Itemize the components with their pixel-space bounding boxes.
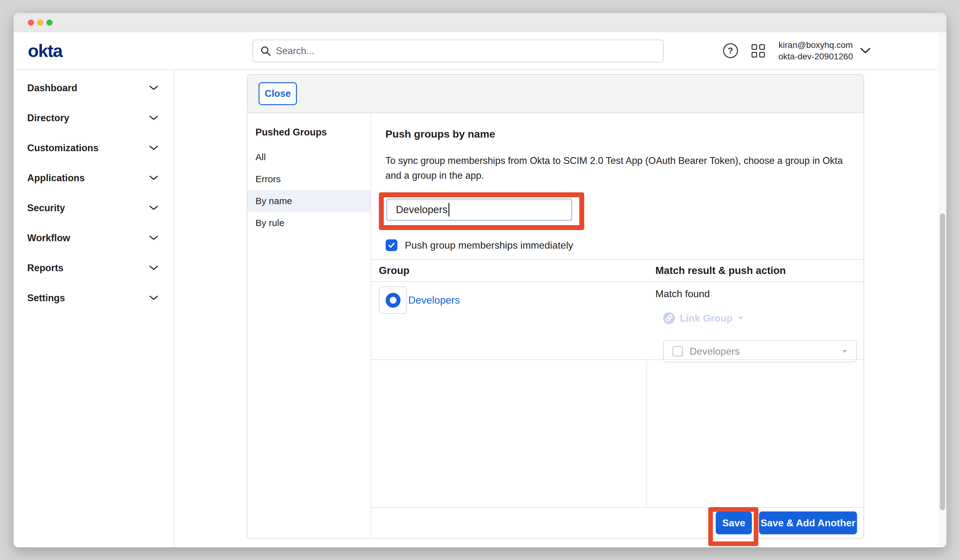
scrollbar-thumb[interactable] xyxy=(940,213,945,510)
link-group-button[interactable]: Link Group xyxy=(663,312,744,324)
table-top-divider xyxy=(371,259,864,260)
search-input[interactable] xyxy=(276,45,656,57)
form-heading: Push groups by name xyxy=(386,128,495,140)
table-row-divider xyxy=(371,359,864,360)
column-header-group: Group xyxy=(379,265,410,277)
main-content: Close Pushed Groups All Errors By name B… xyxy=(174,70,946,547)
sidebar-item-customizations[interactable]: Customizations xyxy=(14,133,174,163)
sidebar-item-security[interactable]: Security xyxy=(14,193,174,223)
checkmark-icon xyxy=(387,241,395,249)
link-icon xyxy=(663,312,675,324)
pushed-groups-subnav: Pushed Groups All Errors By name By rule xyxy=(247,113,371,538)
sidebar-item-reports[interactable]: Reports xyxy=(14,253,174,283)
save-button[interactable]: Save xyxy=(716,512,752,534)
push-immediately-label: Push group memberships immediately xyxy=(405,240,573,251)
sidebar-item-directory[interactable]: Directory xyxy=(14,103,174,133)
chevron-down-icon xyxy=(149,85,158,91)
grid-icon xyxy=(752,44,757,50)
table-header-divider xyxy=(371,282,864,282)
push-immediately-checkbox[interactable] xyxy=(386,239,397,251)
footer-divider xyxy=(371,507,864,508)
sidebar-item-settings[interactable]: Settings xyxy=(14,283,174,313)
subnav-tab-by-name[interactable]: By name xyxy=(247,190,371,212)
window-titlebar xyxy=(14,13,946,32)
okta-logo[interactable]: okta xyxy=(28,42,62,60)
scrollbar-track[interactable] xyxy=(938,32,946,547)
push-groups-panel: Close Pushed Groups All Errors By name B… xyxy=(247,74,864,539)
subnav-title: Pushed Groups xyxy=(256,127,371,138)
account-org-id: okta-dev-20901260 xyxy=(778,51,853,62)
group-avatar xyxy=(379,286,407,314)
header-right-cluster: ? kiran@boxyhq.com okta-dev-20901260 xyxy=(723,32,871,69)
chevron-down-icon xyxy=(149,265,158,270)
zoom-window-button[interactable] xyxy=(46,19,53,26)
chevron-down-icon xyxy=(149,295,158,301)
search-bar[interactable] xyxy=(252,40,664,62)
panel-body: Pushed Groups All Errors By name By rule… xyxy=(247,113,864,538)
chevron-down-icon xyxy=(149,175,158,181)
help-button[interactable]: ? xyxy=(723,43,738,58)
save-add-another-button[interactable]: Save & Add Another xyxy=(759,512,857,534)
close-window-button[interactable] xyxy=(28,19,34,26)
text-caret xyxy=(448,203,450,216)
desktop-background: okta ? xyxy=(0,0,960,560)
push-immediately-row: Push group memberships immediately xyxy=(386,239,573,251)
group-name-input[interactable]: Developers xyxy=(386,198,572,221)
chevron-down-icon xyxy=(149,115,158,121)
subnav-tab-all[interactable]: All xyxy=(247,146,371,168)
app-group-select-value: Developers xyxy=(690,346,835,357)
close-button[interactable]: Close xyxy=(259,82,297,105)
link-group-label: Link Group xyxy=(680,313,733,324)
push-by-name-form: Push groups by name To sync group member… xyxy=(371,113,864,538)
sidebar: Dashboard Directory Customizations Appli… xyxy=(14,70,174,547)
group-icon xyxy=(386,293,400,308)
app-header: okta ? xyxy=(14,32,946,70)
checkbox-outline-icon xyxy=(672,346,683,357)
caret-down-icon xyxy=(738,316,744,320)
account-email: kiran@boxyhq.com xyxy=(778,39,853,51)
subnav-tab-errors[interactable]: Errors xyxy=(247,168,371,190)
sidebar-item-dashboard[interactable]: Dashboard xyxy=(14,73,174,103)
match-status-text: Match found xyxy=(655,288,710,300)
account-menu[interactable]: kiran@boxyhq.com okta-dev-20901260 xyxy=(778,39,871,62)
chevron-down-icon xyxy=(149,205,158,211)
minimize-window-button[interactable] xyxy=(37,19,43,26)
column-header-match: Match result & push action xyxy=(655,265,786,277)
apps-grid-button[interactable] xyxy=(752,44,765,58)
app-body: Dashboard Directory Customizations Appli… xyxy=(14,70,946,547)
sidebar-item-applications[interactable]: Applications xyxy=(14,163,174,193)
question-mark-icon: ? xyxy=(728,46,733,56)
table-column-divider xyxy=(646,360,647,507)
panel-header: Close xyxy=(247,75,864,113)
form-description: To sync group memberships from Okta to S… xyxy=(386,154,849,183)
caret-down-icon xyxy=(842,349,847,354)
chevron-down-icon xyxy=(149,235,158,241)
group-name-link[interactable]: Developers xyxy=(408,294,460,306)
sidebar-item-workflow[interactable]: Workflow xyxy=(14,223,174,253)
subnav-tab-by-rule[interactable]: By rule xyxy=(247,212,371,234)
chevron-down-icon xyxy=(149,146,158,150)
search-icon xyxy=(261,46,271,56)
browser-window: okta ? xyxy=(14,13,946,547)
chevron-down-icon xyxy=(860,47,871,54)
group-name-input-value: Developers xyxy=(396,204,448,216)
